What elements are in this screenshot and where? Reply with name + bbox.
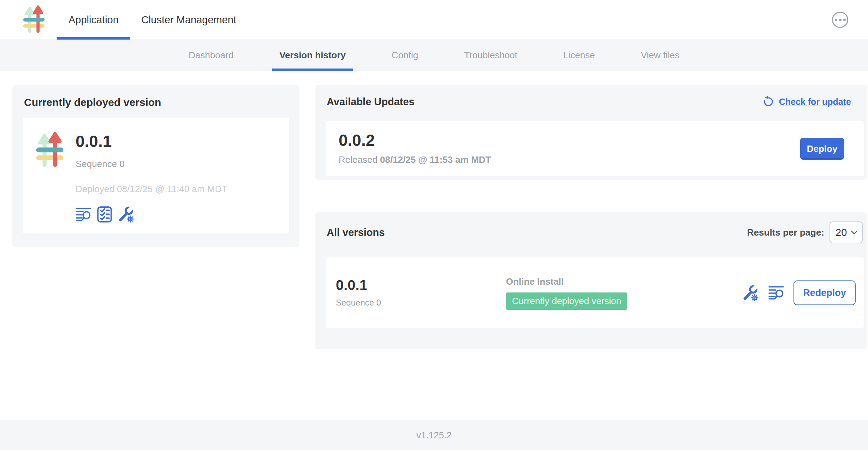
row-version-number: 0.0.1	[336, 278, 506, 292]
deployed-sequence: Sequence 0	[76, 159, 227, 170]
tab-application-label: Application	[57, 0, 130, 40]
results-per-page-label: Results per page:	[747, 227, 824, 238]
currently-deployed-version-panel: 0.0.1 Sequence 0 Deployed 08/12/25 @ 11:…	[23, 118, 289, 233]
app-logo-icon	[35, 132, 64, 168]
tab-license[interactable]: License	[540, 40, 618, 71]
currently-deployed-title: Currently deployed version	[24, 96, 289, 108]
tab-config-label: Config	[385, 40, 425, 71]
row-sequence: Sequence 0	[336, 298, 506, 308]
deployed-version-number: 0.0.1	[76, 133, 227, 149]
results-per-page-value: 20	[836, 227, 847, 238]
top-nav: Application Cluster Management	[0, 0, 868, 40]
view-logs-icon[interactable]	[76, 207, 91, 222]
app-logo-icon	[21, 5, 47, 34]
update-released-timestamp: Released 08/12/25 @ 11:53 am MDT	[339, 154, 491, 165]
tab-dashboard-label: Dashboard	[182, 40, 240, 71]
available-updates-title: Available Updates	[327, 96, 415, 108]
console-version: v1.125.2	[416, 430, 452, 441]
check-for-update-label: Check for update	[779, 97, 851, 107]
tab-application[interactable]: Application	[57, 0, 130, 40]
all-versions-title: All versions	[327, 227, 385, 238]
tab-view-files[interactable]: View files	[618, 40, 702, 71]
refresh-icon	[762, 96, 774, 108]
tab-troubleshoot[interactable]: Troubleshoot	[441, 40, 540, 71]
update-version-number: 0.0.2	[339, 132, 491, 148]
tab-troubleshoot-label: Troubleshoot	[457, 40, 524, 71]
tab-config[interactable]: Config	[369, 40, 441, 71]
check-for-update-link[interactable]: Check for update	[762, 96, 851, 108]
top-nav-tabs: Application Cluster Management	[57, 0, 248, 40]
available-update-row: 0.0.2 Released 08/12/25 @ 11:53 am MDT D…	[326, 121, 864, 176]
row-install-type: Online Install	[506, 276, 742, 287]
tab-version-history[interactable]: Version history	[256, 40, 369, 71]
main-content: Currently deployed version 0.0.1 Sequenc…	[0, 71, 868, 420]
kots-admin-console: Application Cluster Management Dashboard…	[0, 0, 868, 450]
edit-config-icon[interactable]	[118, 206, 135, 223]
version-row: 0.0.1 Sequence 0 Online Install Currentl…	[326, 257, 864, 328]
currently-deployed-card: Currently deployed version 0.0.1 Sequenc…	[12, 85, 299, 247]
deploy-button[interactable]: Deploy	[800, 138, 844, 160]
chevron-down-icon	[851, 230, 858, 235]
tab-version-history-label: Version history	[272, 40, 353, 71]
available-updates-card: Available Updates Check for update 0.0.2…	[315, 85, 867, 180]
app-logo	[21, 0, 47, 40]
tab-dashboard[interactable]: Dashboard	[166, 40, 256, 71]
currently-deployed-badge: Currently deployed version	[506, 292, 627, 310]
tab-license-label: License	[556, 40, 602, 71]
ellipsis-menu-icon[interactable]	[832, 12, 848, 28]
results-per-page-select[interactable]: 20	[830, 221, 863, 243]
app-sub-nav: Dashboard Version history Config Trouble…	[0, 40, 868, 71]
edit-config-icon[interactable]	[742, 285, 759, 301]
deployed-timestamp: Deployed 08/12/25 @ 11:40 am MDT	[76, 184, 227, 195]
preflight-checks-icon[interactable]	[97, 206, 112, 223]
tab-cluster-management-label: Cluster Management	[130, 0, 248, 40]
page-footer: v1.125.2	[0, 420, 868, 450]
redeploy-button[interactable]: Redeploy	[793, 280, 856, 305]
view-logs-icon[interactable]	[768, 285, 784, 300]
all-versions-card: All versions Results per page: 20 0.0.1 …	[315, 212, 867, 349]
tab-cluster-management[interactable]: Cluster Management	[130, 0, 248, 40]
tab-view-files-label: View files	[634, 40, 686, 71]
